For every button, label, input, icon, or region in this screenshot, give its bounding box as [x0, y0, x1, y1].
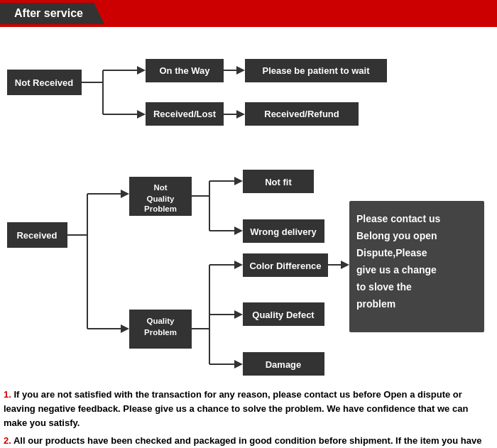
bottom-para2: 2. All our products have been checked an… [4, 434, 493, 448]
bottom-para1: 1. If you are not satisfied with the tra… [4, 388, 493, 430]
on-the-way-label: On the Way [159, 65, 210, 76]
quality-problem-label1: Quality [147, 317, 175, 325]
flow-diagram: Not Received On the Way Please be patien… [4, 31, 493, 378]
arrowhead-cd [234, 261, 243, 269]
pc-line4: give us a change [356, 264, 437, 275]
header-tab: After service [0, 3, 104, 24]
color-diff-label: Color Difference [249, 261, 321, 271]
arrowhead-dmg [234, 360, 243, 368]
pc-line6: problem [356, 298, 395, 310]
diagram-area: Not Received On the Way Please be patien… [0, 27, 497, 382]
arrowhead-qd [234, 310, 243, 319]
quality-problem-label2: Problem [144, 328, 177, 337]
point2-num: 2. [4, 435, 11, 446]
received-lost-label: Received/Lost [153, 109, 217, 119]
arrowhead-rl [137, 110, 146, 119]
header: After service [0, 0, 497, 27]
arrowhead-otw [137, 66, 146, 75]
arrowhead-nf [234, 177, 243, 185]
arrowhead-pc [341, 261, 349, 269]
point1-text: If you are not satisfied with the transa… [4, 389, 468, 428]
not-quality-label3: Problem [144, 204, 177, 213]
not-quality-label2: Quality [147, 195, 175, 203]
please-wait-label: Please be patient to wait [263, 65, 371, 76]
not-received-label: Not Received [15, 77, 73, 88]
point2-text: All our products have been checked and p… [4, 435, 481, 448]
received-refund-label: Received/Refund [264, 109, 339, 119]
damage-label: Damage [266, 359, 302, 370]
pc-line3: Dispute,Please [356, 247, 427, 258]
arrowhead-nqp [121, 190, 129, 198]
pc-line5: to slove the [356, 281, 412, 293]
pc-line1: Please contact us [356, 213, 440, 224]
received-label: Received [16, 230, 57, 241]
header-title: After service [14, 7, 83, 19]
quality-defect-label: Quality Defect [252, 310, 315, 320]
arrowhead-qp [121, 324, 129, 333]
point1-num: 1. [4, 389, 11, 400]
not-quality-label1: Not [153, 183, 167, 192]
pc-line2: Belong you open [356, 230, 437, 241]
bottom-text-area: 1. If you are not satisfied with the tra… [0, 382, 497, 448]
arrowhead-wd [234, 226, 243, 235]
arrowhead-wait [236, 66, 245, 75]
not-fit-label: Not fit [265, 177, 292, 187]
wrong-delivery-label: Wrong delivery [250, 226, 317, 237]
arrowhead-rr [236, 110, 245, 119]
